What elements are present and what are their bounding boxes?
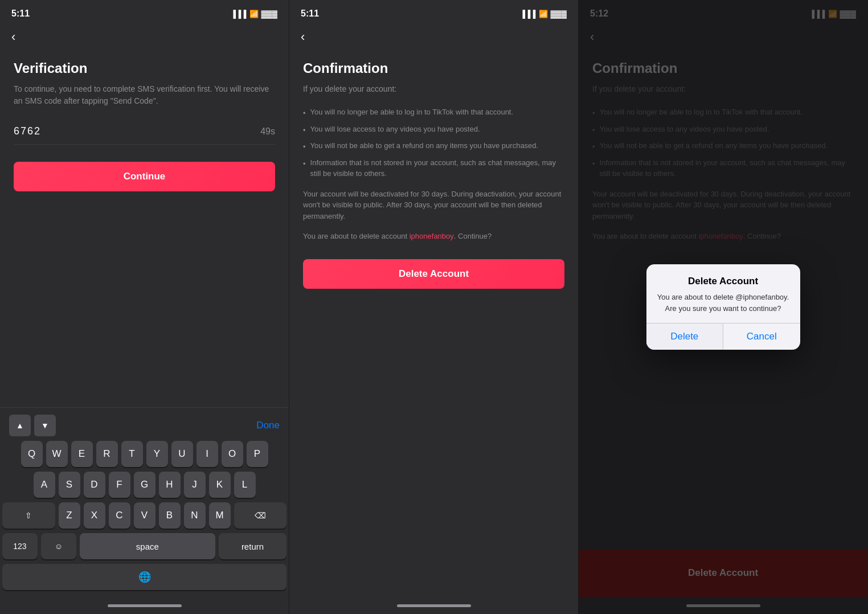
keyboard-row-2: A S D F G H J K L	[2, 472, 286, 498]
key-p[interactable]: P	[247, 441, 268, 467]
key-return[interactable]: return	[219, 533, 286, 559]
deactivation-note: Your account will be deactivated for 30 …	[303, 189, 564, 222]
code-value: 6762	[14, 125, 41, 137]
key-e[interactable]: E	[71, 441, 93, 467]
key-f[interactable]: F	[109, 472, 130, 498]
key-h[interactable]: H	[159, 472, 181, 498]
keyboard-up-arrow[interactable]: ▲	[9, 415, 31, 436]
battery-icon-2: ▓▓▓	[551, 10, 567, 18]
signal-icon-2: ▐▐▐	[520, 10, 536, 18]
bullet-2: • You will lose access to any videos you…	[303, 124, 564, 136]
key-a[interactable]: A	[34, 472, 55, 498]
key-x[interactable]: X	[84, 502, 105, 529]
bullet-dot-1: •	[303, 108, 306, 119]
key-d[interactable]: D	[84, 472, 105, 498]
status-time-2: 5:11	[301, 9, 319, 19]
key-n[interactable]: N	[184, 502, 206, 529]
verification-content: Verification To continue, you need to co…	[0, 49, 289, 407]
key-z[interactable]: Z	[59, 502, 80, 529]
key-shift[interactable]: ⇧	[2, 502, 55, 529]
home-indicator-2	[289, 597, 578, 614]
panel-confirmation: 5:11 ▐▐▐ 📶 ▓▓▓ ‹ Confirmation If you del…	[289, 0, 579, 614]
key-m[interactable]: M	[209, 502, 231, 529]
key-j[interactable]: J	[184, 472, 206, 498]
dialog-overlay: Delete Account You are about to delete @…	[579, 0, 867, 614]
dialog-title: Delete Account	[656, 276, 791, 287]
bullet-text-2: You will lose access to any videos you h…	[310, 124, 480, 135]
key-123[interactable]: 123	[2, 533, 38, 559]
key-i[interactable]: I	[196, 441, 218, 467]
panel-verification: 5:11 ▐▐▐ 📶 ▓▓▓ ‹ Verification To continu…	[0, 0, 289, 614]
key-b[interactable]: B	[159, 502, 181, 529]
status-icons-2: ▐▐▐ 📶 ▓▓▓	[520, 10, 567, 18]
keyboard-toolbar: ▲ ▼ Done	[2, 411, 286, 441]
keyboard-row-3: ⇧ Z X C V B N M ⌫	[2, 502, 286, 529]
keyboard-done-button[interactable]: Done	[256, 420, 280, 431]
key-space[interactable]: space	[80, 533, 215, 559]
key-globe[interactable]: 🌐	[2, 564, 286, 590]
key-q[interactable]: Q	[21, 441, 43, 467]
battery-icon-1: ▓▓▓	[261, 10, 277, 18]
status-time-1: 5:11	[11, 9, 30, 19]
bullet-text-3: You will not be able to get a refund on …	[310, 140, 539, 152]
key-delete[interactable]: ⌫	[234, 502, 287, 529]
key-c[interactable]: C	[109, 502, 130, 529]
bullet-list: • You will no longer be able to log in t…	[303, 107, 564, 179]
confirmation-content: Confirmation If you delete your account:…	[289, 49, 578, 597]
home-bar-2	[397, 604, 471, 607]
wifi-icon-2: 📶	[539, 10, 548, 18]
bullet-3: • You will not be able to get a refund o…	[303, 140, 564, 153]
confirmation-intro: If you delete your account:	[303, 83, 564, 95]
account-line: You are about to delete account iphonefa…	[303, 231, 564, 242]
code-timer: 49s	[260, 126, 275, 137]
keyboard: ▲ ▼ Done Q W E R T Y U I O P A S D F G H…	[0, 407, 289, 597]
account-name: iphonefanboy	[410, 232, 454, 240]
bullet-4: • Information that is not stored in your…	[303, 157, 564, 179]
verification-description: To continue, you need to complete SMS ve…	[14, 83, 275, 107]
key-u[interactable]: U	[171, 441, 193, 467]
key-g[interactable]: G	[134, 472, 155, 498]
keyboard-arrows: ▲ ▼	[9, 415, 56, 436]
account-line-suffix: . Continue?	[454, 232, 492, 240]
bullet-dot-3: •	[303, 141, 306, 153]
status-bar-2: 5:11 ▐▐▐ 📶 ▓▓▓	[289, 0, 578, 25]
bullet-text-1: You will no longer be able to log in to …	[310, 107, 514, 118]
dialog-message: You are about to delete @iphonefanboy. A…	[656, 292, 791, 314]
key-s[interactable]: S	[59, 472, 80, 498]
key-k[interactable]: K	[209, 472, 231, 498]
dialog-content: Delete Account You are about to delete @…	[646, 264, 800, 323]
confirmation-title: Confirmation	[303, 60, 564, 76]
key-y[interactable]: Y	[146, 441, 168, 467]
dialog-buttons: Delete Cancel	[646, 323, 800, 350]
back-button-2[interactable]: ‹	[289, 25, 578, 49]
delete-account-dialog: Delete Account You are about to delete @…	[646, 264, 800, 350]
delete-account-button[interactable]: Delete Account	[303, 259, 564, 289]
home-bar-1	[108, 604, 182, 607]
dialog-cancel-button[interactable]: Cancel	[723, 324, 800, 350]
key-t[interactable]: T	[121, 441, 143, 467]
wifi-icon-1: 📶	[249, 10, 259, 18]
panel-confirmation-dialog: 5:12 ▐▐▐ 📶 ▓▓▓ ‹ Confirmation If you del…	[579, 0, 868, 614]
code-row: 6762 49s	[14, 118, 275, 145]
key-o[interactable]: O	[222, 441, 243, 467]
key-emoji[interactable]: ☺	[41, 533, 76, 559]
bullet-dot-4: •	[303, 158, 306, 170]
signal-icon-1: ▐▐▐	[231, 10, 247, 18]
keyboard-row-5: 🌐	[2, 564, 286, 590]
keyboard-row-4: 123 ☺ space return	[2, 533, 286, 559]
bullet-text-4: Information that is not stored in your a…	[310, 157, 564, 179]
bullet-dot-2: •	[303, 125, 306, 136]
dialog-delete-button[interactable]: Delete	[646, 324, 724, 350]
key-l[interactable]: L	[234, 472, 256, 498]
back-button-1[interactable]: ‹	[0, 25, 289, 49]
verification-title: Verification	[14, 60, 275, 76]
key-v[interactable]: V	[134, 502, 155, 529]
keyboard-down-arrow[interactable]: ▼	[34, 415, 56, 436]
key-r[interactable]: R	[96, 441, 118, 467]
key-w[interactable]: W	[46, 441, 68, 467]
bullet-1: • You will no longer be able to log in t…	[303, 107, 564, 119]
account-line-prefix: You are about to delete account	[303, 232, 410, 240]
continue-button[interactable]: Continue	[14, 162, 275, 191]
home-indicator-1	[0, 597, 289, 614]
status-bar-1: 5:11 ▐▐▐ 📶 ▓▓▓	[0, 0, 289, 25]
